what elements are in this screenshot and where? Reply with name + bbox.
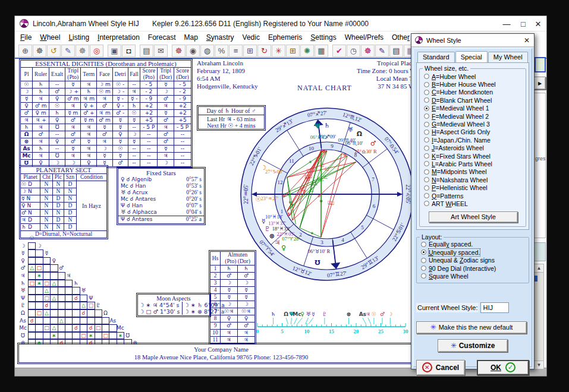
scrollbar-marker[interactable] — [535, 276, 537, 282]
menu-item-file[interactable]: File — [20, 33, 32, 42]
wheel-new-icon[interactable]: ⊕ — [18, 45, 32, 57]
aspect-lines-icon[interactable]: ✳ — [272, 45, 285, 57]
print-icon[interactable]: ▤ — [140, 45, 153, 57]
make-default-button[interactable]: ✳ Make this the new default — [416, 321, 527, 334]
wheel-option-f-medieval-wheel-2[interactable]: F=Medieval Wheel 2 — [423, 112, 524, 120]
dignities-header: Exalt — [49, 68, 65, 81]
wheel-option-p-hellenistic-wheel[interactable]: P=Hellenistic Wheel — [423, 184, 524, 191]
aspect-cell: △ — [43, 287, 51, 295]
layout-option-equally-spaced[interactable]: Equally spaced. — [420, 241, 527, 248]
grid-label: ♅ — [19, 287, 27, 294]
wheel-clock-icon[interactable]: ☸ — [361, 45, 375, 57]
aspect-cell — [65, 280, 73, 287]
art-wheel-style-button[interactable]: Art Wheel Style — [429, 211, 518, 223]
customize-label: Customize — [459, 342, 495, 350]
wheel-target-icon[interactable]: ◉ — [186, 45, 200, 57]
wheel-option-c-huber-mondknoten[interactable]: C=Huber Mondknoten — [423, 88, 524, 96]
wheel-option-art-wheel[interactable]: ART WHEEL — [423, 200, 524, 207]
menu-item-other[interactable]: Other — [392, 33, 410, 42]
calendar-icon[interactable]: ▦ — [315, 45, 328, 57]
clock-icon[interactable]: ◷ — [347, 45, 360, 57]
wheel-option-a-huber-wheel[interactable]: A=Huber Wheel — [423, 72, 524, 80]
expand-arrow-button[interactable]: ▶ — [534, 77, 546, 90]
maximize-button[interactable]: □ — [515, 16, 532, 31]
wheel-option-b-huber-house-wheel[interactable]: B=Huber House Wheel — [423, 80, 524, 88]
wheel-option-h-aspect-grids-only[interactable]: H=Aspect Grids Only — [423, 128, 524, 136]
table-row: Mc♃℧♃♃☿☿----♃-- — [21, 153, 191, 160]
menu-item-ephemeris[interactable]: Ephemeris — [268, 33, 302, 42]
menu-item-wheel[interactable]: Wheel — [40, 33, 60, 42]
om-icon[interactable]: ✺ — [300, 45, 314, 57]
aspect-cell — [87, 309, 95, 317]
wheel-red-icon[interactable]: ☸ — [172, 45, 186, 57]
aspect-cell — [65, 332, 73, 340]
layout-option-square-wheel[interactable]: Square Wheel — [420, 272, 527, 280]
percent-icon[interactable]: % — [215, 45, 228, 57]
moon-aspect: ☽ ∗ ♄ 6°09' a — [184, 302, 225, 308]
menu-item-synastry[interactable]: Synastry — [206, 33, 234, 42]
target-wheel-icon[interactable]: ◎ — [90, 45, 103, 57]
wheel-option-n-nakshatra-wheel[interactable]: N=Nakshatra Wheel — [423, 176, 524, 184]
svg-text:□: □ — [320, 162, 324, 167]
grid-wheel-icon[interactable]: ⊞ — [286, 45, 300, 57]
layout-option-unequally-spaced[interactable]: Unequally spaced. — [420, 248, 527, 256]
copy-icon[interactable]: ⊞ — [243, 45, 257, 57]
wheel-option-m-midpoints-wheel[interactable]: M=Midpoints Wheel — [423, 168, 524, 176]
save-icon[interactable]: ◘ — [122, 45, 136, 57]
menu-item-wheel-prefs[interactable]: Wheel/Prefs — [345, 33, 383, 42]
scroll-up-button[interactable]: ▲ — [534, 264, 544, 273]
birth-place: Hodgenville, Kentucky — [197, 83, 258, 90]
current-style-input[interactable] — [480, 302, 509, 313]
aspect-cell — [35, 287, 43, 295]
grid-label: Ψ — [87, 295, 95, 302]
table-row: ⊗♃♀♂☿♃☿☿--♂-- — [21, 138, 191, 146]
cancel-button[interactable]: ✕ Cancel — [416, 360, 465, 375]
wheel-option-l-arabic-parts-wheel[interactable]: L=Arabic Parts Wheel — [423, 160, 524, 167]
menu-item-interpretation[interactable]: Interpretation — [98, 33, 140, 42]
wheel-option-i-japan-chin-name[interactable]: I=Japan./Chin. Name — [423, 136, 524, 144]
tab-standard[interactable]: Standard — [417, 52, 455, 63]
wheel-option-k-fixed-stars-wheel[interactable]: K=Fixed Stars Wheel — [423, 152, 524, 160]
ok-button[interactable]: OK ✓ — [477, 360, 529, 375]
customize-button[interactable]: ✳ Customize — [438, 339, 508, 352]
wheel-alt-icon[interactable]: ☸ — [76, 45, 89, 57]
minimize-button[interactable]: — — [498, 16, 515, 31]
footer-box: Your Company Name 18 Maple Avenue Nice P… — [18, 344, 424, 363]
scroll-down-button[interactable]: ▼ — [534, 361, 544, 369]
wheel-edit-icon[interactable]: ✎ — [61, 45, 75, 57]
menu-item-map[interactable]: Map — [184, 33, 198, 42]
app-window: Lincoln,Abraham Wheel Style HIJ Kepler 9… — [14, 15, 547, 377]
menu-item-vedic[interactable]: Vedic — [243, 33, 260, 42]
email-icon[interactable]: ✉ — [154, 45, 168, 57]
edit-doc-icon[interactable]: ✎ — [375, 45, 389, 57]
layout-option-90-deg-dial-interactive[interactable]: 90 Deg Dial (Interactive) — [420, 264, 527, 272]
check-icon[interactable]: ✔ — [332, 45, 346, 57]
cancel-x-icon: ✕ — [422, 362, 432, 372]
chart-doc-icon[interactable]: ▣ — [108, 45, 121, 57]
aspect-cell — [35, 332, 43, 340]
aspect-cell: □ — [35, 264, 43, 272]
tab-my-wheel[interactable]: My Wheel — [488, 52, 528, 63]
wheel-option-e-medieval-wheel-1[interactable]: E=Medieval Wheel 1 — [423, 105, 524, 112]
biwheel-icon[interactable]: ◍ — [200, 45, 214, 57]
wheel-option-g-medieval-wheel-3[interactable]: G=Medieval Wheel 3 — [423, 120, 524, 128]
scale-planet-glyph: ♃ — [366, 311, 370, 317]
wheel-option-q-patterns[interactable]: Q=Patterns — [423, 192, 524, 200]
table-doc-icon[interactable]: ▤ — [389, 45, 403, 57]
wheel-icon[interactable]: ☸ — [33, 45, 46, 57]
menu-item-forecast[interactable]: Forecast — [148, 33, 176, 42]
aspect-cell — [43, 257, 51, 265]
time-standard: Local Mean Time — [274, 75, 423, 83]
menu-item-listing[interactable]: Listing — [68, 33, 89, 42]
refresh-icon[interactable]: ↻ — [257, 45, 271, 57]
wheel-option-j-asteroids-wheel[interactable]: J=Asteroids Wheel — [423, 144, 524, 152]
close-button[interactable]: ✕ — [530, 16, 546, 31]
dialog-close-icon[interactable]: ✕ — [520, 36, 534, 45]
menu-item-settings[interactable]: Settings — [310, 33, 336, 42]
wheel-back-icon[interactable]: ↺ — [47, 45, 61, 57]
report-icon[interactable]: ≡ — [229, 45, 243, 57]
wheel-option-d-blank-chart-wheel[interactable]: D=Blank Chart Wheel — [423, 96, 524, 104]
tab-special[interactable]: Special — [455, 51, 488, 62]
layout-option-unequal-zodiac-signs[interactable]: Unequal & Zodiac signs — [420, 256, 527, 264]
aspect-cell — [58, 287, 65, 295]
